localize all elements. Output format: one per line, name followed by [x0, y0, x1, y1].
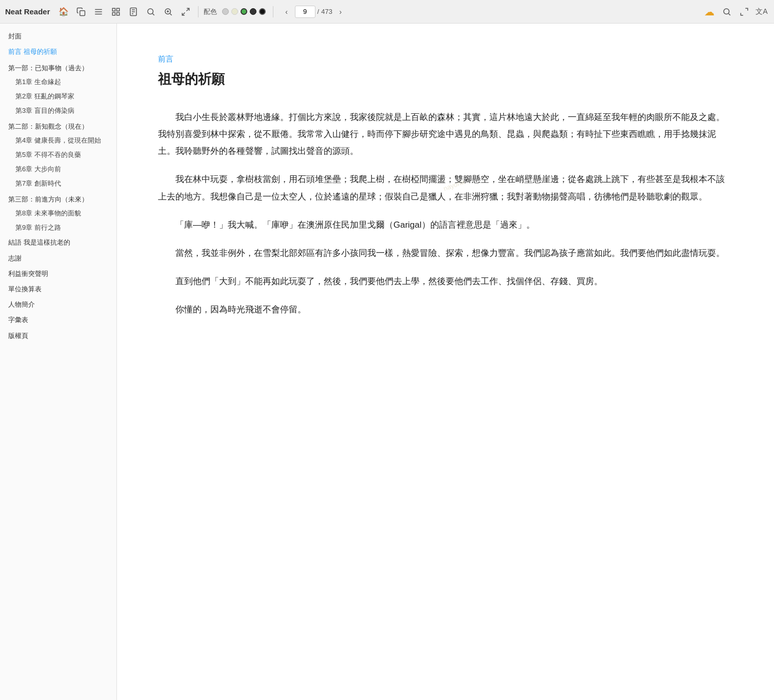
chapter-label: 前言	[158, 54, 733, 64]
sidebar-subitem[interactable]: 第4章 健康長壽，從現在開始	[0, 133, 116, 148]
sidebar-subitem[interactable]: 第2章 狂亂的鋼琴家	[0, 89, 116, 104]
sidebar-item[interactable]: 利益衝突聲明	[0, 266, 116, 282]
search-right-icon[interactable]	[720, 5, 734, 19]
color-label: 配色	[204, 7, 217, 16]
paragraph: 我在林中玩耍，拿樹枝當劍，用石頭堆堡壘；我爬上樹，在樹椏間擺盪；雙腳懸空，坐在峭…	[158, 171, 733, 205]
svg-line-19	[182, 12, 185, 15]
sidebar-section: 第三部：前進方向（未來）	[0, 191, 116, 206]
app-title: Neat Reader	[5, 7, 50, 16]
sidebar-subitem[interactable]: 第3章 盲目的傳染病	[0, 104, 116, 118]
sidebar-item[interactable]: 版權頁	[0, 328, 116, 344]
page-nav: ‹ / 473 ›	[281, 6, 347, 18]
svg-line-21	[728, 13, 730, 15]
svg-point-20	[724, 9, 729, 14]
sidebar-section: 第二部：新知觀念（現在）	[0, 118, 116, 133]
color-dot-1[interactable]	[222, 8, 229, 15]
cloud-icon[interactable]: ☁	[702, 5, 717, 19]
watermark: nayona	[425, 175, 466, 201]
copy-icon[interactable]	[74, 5, 88, 19]
paragraph: 我白小生長於叢林野地邊緣。打個比方來說，我家後院就是上百畝的森林；其實，這片林地…	[158, 109, 733, 159]
svg-rect-7	[116, 12, 119, 15]
sep1	[198, 6, 199, 17]
color-dot-5[interactable]	[259, 8, 266, 15]
page-icon[interactable]	[126, 5, 141, 19]
page-input[interactable]	[295, 6, 315, 18]
paragraph: 當然，我並非例外，在雪梨北部郊區有許多小孩同我一樣，熱愛冒險、探索，想像力豐富。…	[158, 245, 733, 262]
svg-rect-6	[112, 12, 115, 15]
expand-icon[interactable]	[178, 5, 193, 19]
svg-rect-5	[116, 8, 119, 11]
sidebar-subitem[interactable]: 第6章 大步向前	[0, 162, 116, 176]
paragraph: 直到他們「大到」不能再如此玩耍了，然後，我們要他們去上學，然後要他們去工作、找個…	[158, 273, 733, 290]
sidebar-item[interactable]: 人物簡介	[0, 297, 116, 312]
sidebar-item[interactable]: 單位換算表	[0, 282, 116, 297]
sidebar-subitem[interactable]: 第9章 前行之路	[0, 221, 116, 235]
reader: 前言 祖母的祈願 我白小生長於叢林野地邊緣。打個比方來說，我家後院就是上百畝的森…	[117, 24, 774, 700]
page-sep: /	[317, 8, 320, 15]
sidebar-item[interactable]: 前言 祖母的祈願	[0, 44, 116, 59]
svg-point-12	[148, 9, 153, 14]
sidebar-subitem[interactable]: 第5章 不得不吞的良藥	[0, 148, 116, 162]
paragraph: 你懂的，因為時光飛逝不會停留。	[158, 301, 733, 318]
search1-icon[interactable]	[144, 5, 158, 19]
chapter-title: 祖母的祈願	[158, 70, 733, 88]
paragraph: 「庫—咿！」我大喊。「庫咿」在澳洲原住民加里戈爾（Garigal）的語言裡意思是…	[158, 216, 733, 233]
grid-icon[interactable]	[109, 5, 123, 19]
color-dot-2[interactable]	[231, 8, 238, 15]
sidebar-subitem[interactable]: 第7章 創新時代	[0, 176, 116, 191]
svg-line-13	[152, 13, 154, 15]
paragraphs-container: 我白小生長於叢林野地邊緣。打個比方來說，我家後院就是上百畝的森林；其實，這片林地…	[158, 109, 733, 318]
sidebar-item[interactable]: 封面	[0, 29, 116, 44]
sidebar-item[interactable]: 志謝	[0, 251, 116, 266]
color-dot-4[interactable]	[250, 8, 256, 15]
sidebar-section: 第一部：已知事物（過去）	[0, 59, 116, 75]
svg-line-15	[170, 13, 171, 15]
search2-icon[interactable]	[161, 5, 175, 19]
svg-rect-0	[80, 10, 85, 15]
main: 封面前言 祖母的祈願第一部：已知事物（過去）第1章 生命緣起第2章 狂亂的鋼琴家…	[0, 24, 774, 700]
color-dots	[222, 8, 266, 15]
svg-line-18	[186, 8, 189, 11]
next-page-button[interactable]: ›	[334, 6, 347, 18]
color-dot-3[interactable]	[241, 8, 247, 15]
expand-right-icon[interactable]	[737, 5, 751, 19]
menu-icon[interactable]	[91, 5, 106, 19]
chinese-icon[interactable]: 文A	[755, 5, 769, 19]
sidebar-subitem[interactable]: 第8章 未來事物的面貌	[0, 206, 116, 221]
bookmark-icon[interactable]: 🏠	[56, 5, 71, 19]
sidebar-item[interactable]: 結語 我是這樣抗老的	[0, 235, 116, 250]
sidebar-subitem[interactable]: 第1章 生命緣起	[0, 75, 116, 89]
svg-rect-4	[112, 8, 115, 11]
page-total: 473	[321, 8, 332, 15]
sidebar-item[interactable]: 字彙表	[0, 312, 116, 328]
sidebar: 封面前言 祖母的祈願第一部：已知事物（過去）第1章 生命緣起第2章 狂亂的鋼琴家…	[0, 24, 117, 700]
prev-page-button[interactable]: ‹	[281, 6, 293, 18]
toolbar: Neat Reader 🏠 配色 ‹ / 473 › ☁	[0, 0, 774, 24]
toolbar-right: ☁ 文A	[702, 5, 769, 19]
sep2	[273, 6, 273, 17]
